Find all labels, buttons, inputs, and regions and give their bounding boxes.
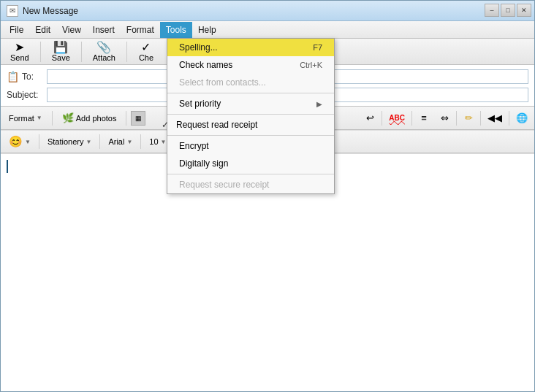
menu-edit[interactable]: Edit <box>29 22 56 38</box>
attach-button[interactable]: 📎 Attach <box>86 39 122 64</box>
dropdown-separator-2 <box>167 114 334 115</box>
menu-bar: File Edit View Insert Format Tools Help <box>1 21 534 39</box>
send-label: Send <box>10 53 29 62</box>
font-chevron: ▼ <box>126 139 132 145</box>
dropdown-item-request-read-receipt[interactable]: ✓ Request read receipt <box>167 116 334 134</box>
toolbar-separator-1 <box>40 42 41 62</box>
decrease-indent-icon: ◀◀ <box>487 112 502 123</box>
dropdown-item-encrypt[interactable]: Encrypt <box>167 137 334 155</box>
save-icon: 💾 <box>53 42 68 53</box>
font-size-chevron: ▼ <box>161 139 167 145</box>
spelling-icon: ABC <box>389 114 405 122</box>
undo-button[interactable]: ↩ <box>361 109 379 127</box>
window-title: New Message <box>23 6 78 16</box>
dropdown-item-digitally-sign[interactable]: Digitally sign <box>167 155 334 172</box>
dropdown-item-set-priority[interactable]: Set priority ▶ <box>167 95 334 112</box>
paragraph-icon: ⇔ <box>441 112 449 123</box>
toolbar-separator-2 <box>81 42 82 62</box>
fmt-separator-1 <box>52 111 53 126</box>
fmt2-sep2 <box>411 111 412 126</box>
spelling-shortcut: F7 <box>313 43 322 52</box>
emoji-icon: 😊 <box>9 135 23 148</box>
fmt2-sep1 <box>382 111 382 126</box>
menu-format[interactable]: Format <box>121 22 160 38</box>
menu-tools[interactable]: Tools <box>160 22 192 38</box>
emoji-chevron: ▼ <box>25 139 31 145</box>
paragraph-button[interactable]: ⇔ <box>436 109 453 127</box>
tools-dropdown: Spelling... F7 Check names Ctrl+K Select… <box>167 38 335 194</box>
media-button[interactable]: ▦ <box>131 111 145 126</box>
stationery-chevron: ▼ <box>86 139 91 145</box>
spelling-button[interactable]: ABC <box>385 109 409 127</box>
font-label: Arial <box>108 137 124 146</box>
dropdown-item-request-secure-receipt: Request secure receipt <box>167 176 334 193</box>
main-window: ✉ New Message – □ ✕ File Edit View Inser… <box>0 0 535 392</box>
set-priority-arrow: ▶ <box>316 100 322 108</box>
send-icon: ➤ <box>15 42 24 53</box>
check-label: Che <box>139 53 153 62</box>
check-names-text: Check names <box>179 60 300 70</box>
line-spacing-icon: ≡ <box>421 112 427 123</box>
st-sep2 <box>99 134 100 149</box>
request-read-receipt-checkmark: ✓ <box>162 120 173 130</box>
set-priority-text: Set priority <box>179 99 316 109</box>
format-label: Format <box>9 114 34 123</box>
fmt-separator-2 <box>126 111 126 126</box>
attach-icon: 📎 <box>96 42 111 53</box>
secure-receipt-text: Request secure receipt <box>179 180 322 190</box>
to-label: To: <box>22 72 34 82</box>
toolbar-separator-3 <box>126 42 127 62</box>
add-photos-label: Add photos <box>76 114 117 123</box>
check-button[interactable]: ✓ Che <box>132 39 161 64</box>
fmt2-sep4 <box>480 111 481 126</box>
menu-view[interactable]: View <box>56 22 87 38</box>
dropdown-separator-3 <box>167 135 334 136</box>
save-label: Save <box>52 53 70 62</box>
fmt2-sep5 <box>509 111 509 126</box>
subject-label: Subject: <box>7 90 47 100</box>
format-chevron: ▼ <box>37 115 42 121</box>
stationery-button[interactable]: Stationery ▼ <box>42 133 96 150</box>
close-button[interactable]: ✕ <box>517 4 531 17</box>
menu-file[interactable]: File <box>4 22 29 38</box>
dropdown-item-select-contacts: Select from contacts... <box>167 74 334 91</box>
stationery-label: Stationery <box>48 137 84 146</box>
add-photos-icon: 🌿 <box>62 112 74 123</box>
undo-icon: ↩ <box>366 112 374 123</box>
color-button[interactable]: ✏ <box>460 109 477 127</box>
font-size-label: 10 <box>149 137 158 146</box>
dropdown-item-check-names[interactable]: Check names Ctrl+K <box>167 56 334 74</box>
dropdown-separator-1 <box>167 93 334 93</box>
digitally-sign-text: Digitally sign <box>179 158 322 169</box>
save-button[interactable]: 💾 Save <box>45 39 77 64</box>
to-icon-label: 📋 To: <box>7 71 47 82</box>
text-cursor <box>7 160 8 173</box>
font-button[interactable]: Arial ▼ <box>103 133 137 150</box>
encrypt-text: Encrypt <box>179 141 322 151</box>
browser-icon: 🌐 <box>516 112 528 123</box>
dropdown-separator-4 <box>167 174 334 174</box>
format-button[interactable]: Format ▼ <box>4 109 48 127</box>
minimize-button[interactable]: – <box>485 4 499 17</box>
st-sep3 <box>140 134 141 149</box>
attach-label: Attach <box>93 53 115 62</box>
title-bar: ✉ New Message – □ ✕ <box>1 1 534 21</box>
maximize-button[interactable]: □ <box>501 4 515 17</box>
check-icon: ✓ <box>141 42 151 53</box>
window-icon: ✉ <box>7 5 18 17</box>
check-names-shortcut: Ctrl+K <box>300 61 322 69</box>
line-spacing-button[interactable]: ≡ <box>415 109 433 127</box>
color-icon: ✏ <box>465 112 473 123</box>
decrease-indent-button[interactable]: ◀◀ <box>484 109 506 127</box>
send-button[interactable]: ➤ Send <box>4 39 36 64</box>
select-contacts-text: Select from contacts... <box>179 77 322 88</box>
to-icon: 📋 <box>7 71 19 82</box>
fmt2-sep3 <box>456 111 457 126</box>
menu-help[interactable]: Help <box>192 22 222 38</box>
menu-insert[interactable]: Insert <box>87 22 121 38</box>
emoji-button[interactable]: 😊 ▼ <box>4 133 36 150</box>
browser-button[interactable]: 🌐 <box>512 109 531 127</box>
request-read-receipt-text: Request read receipt <box>176 120 322 130</box>
add-photos-button[interactable]: 🌿 Add photos <box>57 109 122 127</box>
dropdown-item-spelling[interactable]: Spelling... F7 <box>167 39 334 56</box>
